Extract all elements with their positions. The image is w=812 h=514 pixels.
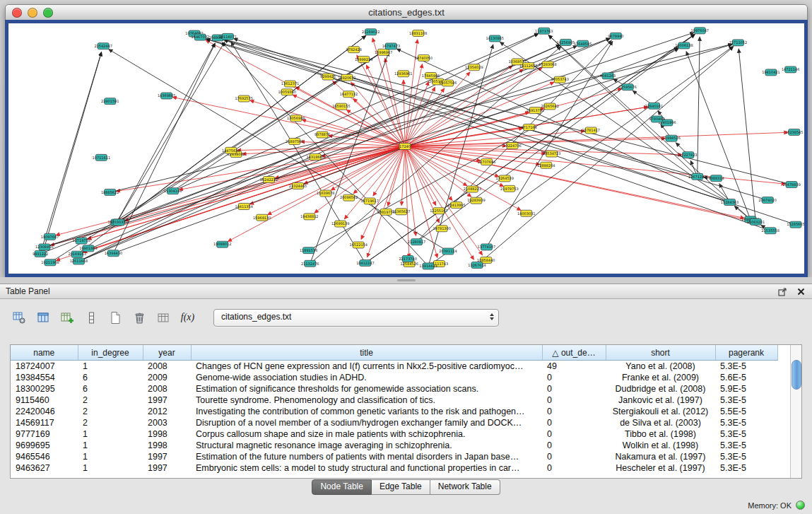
row-tools-icon[interactable] (82, 308, 101, 327)
network-node[interactable]: 9782428 (346, 47, 362, 53)
network-node[interactable]: 22711052 (729, 40, 747, 46)
network-node[interactable]: 18112652 (519, 63, 537, 69)
network-node[interactable]: 16256905 (557, 39, 575, 45)
network-node[interactable]: 9717164 (521, 124, 536, 131)
add-column-icon[interactable] (58, 308, 77, 327)
network-node[interactable]: 20674020 (759, 197, 777, 204)
column-header-pagerank[interactable]: pagerank (715, 345, 777, 361)
network-node[interactable]: 21979753 (500, 185, 518, 192)
network-node[interactable]: 11891576 (300, 247, 317, 254)
network-node[interactable]: 15285665 (787, 221, 804, 228)
network-node[interactable]: 21088223 (464, 186, 481, 192)
network-node[interactable]: 9081263 (600, 73, 616, 79)
tab-node-table[interactable]: Node Table (312, 479, 372, 495)
table-row[interactable]: 1938455462009Genome-wide association stu… (11, 372, 777, 383)
network-node[interactable]: 13057586 (439, 80, 457, 86)
network-node[interactable]: 19410421 (762, 69, 779, 76)
network-node[interactable]: 15781417 (582, 127, 600, 134)
network-node[interactable]: 15996967 (375, 49, 392, 55)
network-node[interactable]: 21707696 (478, 159, 495, 165)
column-header-in_degree[interactable]: in_degree (78, 345, 143, 361)
network-node[interactable]: 12936961 (394, 71, 412, 77)
network-node[interactable]: 20169163 (68, 251, 86, 257)
network-node[interactable]: 21897565 (286, 139, 303, 145)
network-hub-node[interactable]: 17240 (399, 144, 411, 150)
new-table-icon[interactable] (106, 308, 125, 327)
column-header-year[interactable]: year (143, 345, 191, 361)
network-node[interactable]: 13534723 (543, 151, 560, 157)
tab-network-table[interactable]: Network Table (430, 479, 500, 495)
network-node[interactable]: 9679940 (608, 33, 623, 39)
network-node[interactable]: 12898204 (537, 162, 555, 168)
panel-splitter[interactable] (0, 277, 812, 284)
network-node[interactable]: 15063281 (747, 218, 765, 225)
network-node[interactable]: 12719758 (72, 238, 90, 244)
network-view[interactable]: 1724013224706135347231289820421707696132… (8, 23, 804, 274)
network-window-titlebar[interactable]: citations_edges.txt (5, 4, 808, 21)
table-scrollbar-thumb[interactable] (792, 360, 801, 390)
column-header-name[interactable]: name (11, 345, 78, 361)
network-node[interactable]: 14411354 (235, 204, 252, 210)
network-node[interactable]: 19088012 (213, 241, 231, 247)
table-row[interactable]: 977716911998Corpus callosum shape and si… (11, 428, 777, 440)
network-node[interactable]: 10819779 (377, 209, 395, 215)
network-node[interactable]: 15284363 (721, 199, 739, 205)
network-node[interactable]: 9378876 (314, 132, 330, 138)
network-node[interactable]: 22671242 (688, 173, 706, 180)
table-settings-icon[interactable] (10, 308, 29, 327)
network-node[interactable]: 16242212 (260, 177, 278, 183)
table-scrollbar[interactable] (790, 345, 801, 478)
import-table-icon[interactable] (154, 308, 173, 327)
network-node[interactable]: 14369885 (158, 93, 175, 99)
network-node[interactable]: 17283068 (539, 62, 556, 68)
table-row[interactable]: 1456911722003Disruption of a novel membe… (11, 417, 777, 428)
network-node[interactable]: 12611668 (70, 258, 88, 264)
table-row[interactable]: 1830029562008Estimation of significance … (11, 383, 777, 395)
table-row[interactable]: 969969511998Structural magnetic resonanc… (11, 440, 777, 451)
table-row[interactable]: 2242004622012Investigating the contribut… (11, 406, 777, 417)
network-node[interactable]: 20096562 (340, 194, 358, 201)
network-node[interactable]: 18831108 (409, 30, 427, 37)
network-node[interactable]: 11639678 (317, 190, 334, 197)
network-node[interactable]: 19211908 (41, 259, 59, 266)
network-node[interactable]: 9299425 (320, 74, 336, 80)
network-node[interactable]: 16477132 (340, 91, 358, 98)
tab-edge-table[interactable]: Edge Table (372, 479, 430, 495)
network-node[interactable]: 9388314 (708, 175, 724, 182)
network-node[interactable]: 20391114 (439, 248, 457, 255)
show-columns-icon[interactable] (34, 308, 53, 327)
table-row[interactable]: 1872400712008Changes of HCN gene express… (11, 361, 777, 373)
network-node[interactable]: 14003031 (517, 210, 535, 216)
network-node[interactable]: 13224706 (503, 143, 521, 149)
network-node[interactable]: 21535558 (761, 228, 779, 234)
close-panel-icon[interactable] (795, 286, 806, 297)
delete-table-icon[interactable] (130, 308, 149, 327)
network-node[interactable]: 22401591 (101, 98, 119, 105)
network-node[interactable]: 13999229 (355, 56, 372, 62)
network-node[interactable]: 9831222 (33, 250, 48, 257)
table-selector[interactable]: citations_edges.txt (213, 309, 499, 327)
network-node[interactable]: 17692575 (235, 95, 252, 102)
network-node[interactable]: 13056988 (287, 115, 305, 122)
network-node[interactable]: 14130865 (486, 35, 504, 42)
network-node[interactable]: 13267614 (468, 262, 486, 268)
network-node[interactable]: 16394430 (105, 250, 122, 257)
column-header-short[interactable]: short (606, 345, 715, 361)
network-node[interactable]: 21132476 (301, 260, 319, 267)
network-node[interactable]: 17845986 (422, 73, 440, 79)
network-node[interactable]: 12255167 (430, 208, 447, 214)
network-node[interactable]: 12699139 (331, 221, 349, 227)
network-node[interactable]: 13774107 (478, 244, 495, 250)
network-node[interactable]: 19283939 (467, 197, 485, 204)
network-node[interactable]: 21289022 (362, 29, 379, 35)
network-node[interactable]: 15238545 (785, 129, 803, 135)
column-header-out_degree[interactable]: △ out_de… (542, 345, 606, 361)
network-node[interactable]: 10059360 (278, 89, 295, 95)
network-node[interactable]: 18885622 (101, 189, 119, 195)
column-header-title[interactable]: title (191, 345, 542, 361)
network-node[interactable]: 21280817 (408, 239, 425, 245)
network-node[interactable]: 18412247 (356, 260, 374, 267)
network-node[interactable]: 16522154 (350, 242, 367, 248)
network-node[interactable]: 12308456 (35, 244, 53, 250)
network-node[interactable]: 21994526 (662, 135, 680, 141)
